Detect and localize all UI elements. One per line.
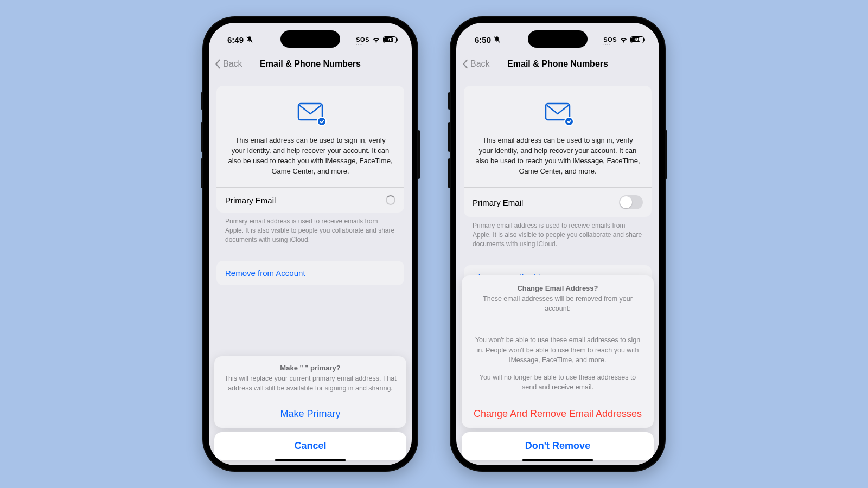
- sheet-subtitle: These email addresses will be removed fr…: [471, 294, 644, 313]
- side-button: [201, 92, 203, 110]
- sheet-paragraph: You will no longer be able to use these …: [471, 373, 644, 392]
- side-button: [448, 122, 450, 152]
- wifi-icon: [372, 36, 380, 44]
- sheet-paragraph: You won't be able to use these email add…: [471, 335, 644, 364]
- primary-email-footnote: Primary email address is used to receive…: [216, 213, 404, 244]
- home-indicator[interactable]: [522, 459, 593, 461]
- back-button[interactable]: Back: [462, 59, 490, 69]
- hero-description: This email address can be used to sign i…: [474, 136, 642, 176]
- battery-indicator: 70: [383, 36, 397, 43]
- primary-email-label: Primary Email: [473, 198, 523, 207]
- wifi-icon: [620, 36, 628, 44]
- status-time: 6:49: [227, 35, 244, 44]
- side-button: [418, 130, 420, 179]
- dont-remove-button[interactable]: Don't Remove: [462, 432, 654, 460]
- cancel-button[interactable]: Cancel: [214, 432, 406, 460]
- home-indicator[interactable]: [275, 459, 346, 461]
- back-label: Back: [470, 59, 490, 69]
- back-button[interactable]: Back: [214, 59, 242, 69]
- check-badge-icon: [564, 117, 574, 126]
- sheet-title: Make " " primary?: [224, 364, 397, 372]
- nav-bar: Back Email & Phone Numbers: [209, 53, 412, 75]
- sheet-subtitle: This will replace your current primary e…: [224, 374, 397, 393]
- primary-email-row[interactable]: Primary Email: [216, 187, 404, 213]
- primary-email-row[interactable]: Primary Email: [464, 187, 652, 217]
- side-button: [448, 158, 450, 188]
- remove-from-account-button[interactable]: Remove from Account: [216, 261, 404, 285]
- dynamic-island: [280, 30, 340, 48]
- primary-email-label: Primary Email: [225, 196, 276, 205]
- action-sheet: Make " " primary? This will replace your…: [214, 356, 406, 460]
- email-info-card: This email address can be used to sign i…: [464, 86, 652, 217]
- email-info-card: This email address can be used to sign i…: [216, 86, 404, 213]
- back-label: Back: [223, 59, 242, 69]
- side-button: [201, 122, 203, 152]
- sheet-title: Change Email Address?: [471, 284, 644, 292]
- action-sheet: Change Email Address? These email addres…: [462, 275, 654, 460]
- check-badge-icon: [317, 117, 327, 126]
- side-button: [665, 130, 667, 179]
- primary-email-footnote: Primary email address is used to receive…: [464, 217, 652, 248]
- silent-mode-icon: [493, 36, 501, 43]
- make-primary-button[interactable]: Make Primary: [214, 400, 406, 428]
- silent-mode-icon: [246, 36, 253, 43]
- battery-indicator: 69: [630, 36, 644, 43]
- sos-indicator: SOS: [603, 36, 617, 43]
- phone-left: 6:49 SOS 70 Back Email & P: [202, 16, 418, 472]
- hero-description: This email address can be used to sign i…: [226, 136, 394, 176]
- side-button: [448, 92, 450, 110]
- primary-email-toggle[interactable]: [619, 195, 643, 209]
- loading-spinner-icon: [386, 195, 395, 205]
- side-button: [201, 158, 203, 188]
- status-time: 6:50: [475, 35, 491, 44]
- mail-verified-icon: [545, 102, 571, 124]
- nav-bar: Back Email & Phone Numbers: [456, 53, 659, 75]
- change-and-remove-button[interactable]: Change And Remove Email Addresses: [462, 400, 654, 428]
- phone-right: 6:50 SOS 69 Back Email & P: [450, 16, 666, 472]
- dynamic-island: [528, 30, 588, 48]
- mail-verified-icon: [297, 102, 323, 124]
- sos-indicator: SOS: [356, 36, 369, 43]
